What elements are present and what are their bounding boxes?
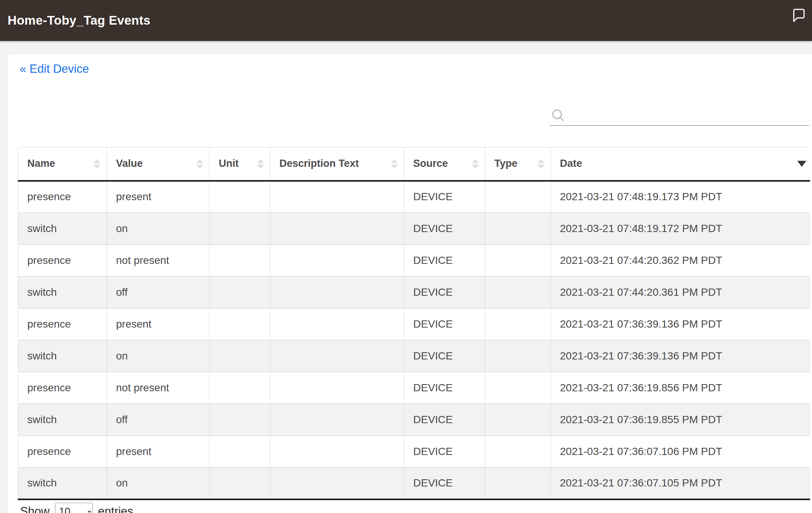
cell-name: switch — [18, 468, 107, 499]
search-field — [550, 107, 809, 126]
cell-name: presence — [18, 436, 107, 468]
cell-name: presence — [18, 181, 107, 213]
cell-name: presence — [18, 245, 107, 276]
cell-date: 2021-03-21 07:36:07.106 PM PDT — [551, 436, 810, 468]
cell-value: present — [107, 308, 210, 340]
cell-unit — [210, 245, 270, 276]
cell-date: 2021-03-21 07:36:39.136 PM PDT — [551, 308, 810, 340]
cell-type — [485, 245, 551, 276]
cell-type — [485, 213, 551, 245]
cell-value: on — [107, 213, 210, 245]
cell-source: DEVICE — [404, 245, 485, 276]
table-row[interactable]: presence present DEVICE 2021-03-21 07:48… — [18, 181, 810, 213]
sort-icon — [257, 159, 264, 169]
cell-type — [485, 276, 551, 308]
sort-icon — [94, 159, 100, 169]
table-row[interactable]: presence not present DEVICE 2021-03-21 0… — [18, 245, 810, 276]
column-header-value[interactable]: Value — [107, 147, 210, 181]
entries-label: entries — [98, 505, 133, 513]
cell-date: 2021-03-21 07:36:19.855 PM PDT — [551, 404, 810, 436]
table-header-row: Name Value Unit Description Text Source — [18, 147, 810, 181]
cell-value: present — [107, 436, 210, 468]
content-card: « Edit Device Name Value — [8, 54, 812, 513]
cell-description — [270, 245, 404, 276]
column-header-type[interactable]: Type — [485, 147, 551, 181]
cell-name: switch — [18, 276, 107, 308]
table-row[interactable]: presence present DEVICE 2021-03-21 07:36… — [18, 436, 810, 468]
cell-value: not present — [107, 372, 210, 404]
cell-date: 2021-03-21 07:36:07.105 PM PDT — [551, 468, 810, 499]
chat-bubble-icon[interactable] — [789, 5, 807, 25]
cell-value: on — [107, 468, 210, 499]
cell-unit — [210, 213, 270, 245]
cell-unit — [210, 308, 270, 340]
cell-description — [270, 181, 404, 213]
search-input[interactable] — [567, 109, 809, 125]
cell-source: DEVICE — [404, 372, 485, 404]
cell-description — [270, 213, 404, 245]
column-header-unit[interactable]: Unit — [210, 147, 270, 181]
cell-source: DEVICE — [404, 276, 485, 308]
sort-descending-icon — [797, 161, 806, 167]
cell-unit — [210, 436, 270, 468]
table-row[interactable]: switch on DEVICE 2021-03-21 07:48:19.172… — [18, 213, 810, 245]
cell-type — [485, 181, 551, 213]
cell-description — [270, 308, 404, 340]
page-length-select[interactable]: 10 — [55, 503, 93, 513]
cell-type — [485, 372, 551, 404]
cell-name: presence — [18, 308, 107, 340]
cell-unit — [210, 181, 270, 213]
column-header-source[interactable]: Source — [404, 147, 485, 181]
cell-type — [485, 404, 551, 436]
sort-icon — [391, 159, 398, 169]
table-row[interactable]: switch off DEVICE 2021-03-21 07:36:19.85… — [18, 404, 810, 436]
table-row[interactable]: switch on DEVICE 2021-03-21 07:36:07.105… — [18, 468, 810, 499]
cell-value: off — [107, 404, 210, 436]
cell-date: 2021-03-21 07:44:20.361 PM PDT — [551, 276, 810, 308]
show-entries-control: Show 10 entries — [20, 503, 133, 513]
cell-unit — [210, 340, 270, 372]
cell-type — [485, 308, 551, 340]
table-row[interactable]: presence present DEVICE 2021-03-21 07:36… — [18, 308, 810, 340]
events-table: Name Value Unit Description Text Source — [18, 147, 810, 500]
cell-description — [270, 372, 404, 404]
cell-type — [485, 468, 551, 499]
chat-bubble-glyph — [792, 6, 805, 24]
cell-date: 2021-03-21 07:44:20.362 PM PDT — [551, 245, 810, 276]
cell-unit — [210, 372, 270, 404]
cell-name: switch — [18, 404, 107, 436]
table-row[interactable]: presence not present DEVICE 2021-03-21 0… — [18, 372, 810, 404]
sort-icon — [538, 159, 544, 169]
table-body: presence present DEVICE 2021-03-21 07:48… — [18, 181, 810, 499]
cell-source: DEVICE — [404, 404, 485, 436]
cell-value: on — [107, 340, 210, 372]
cell-source: DEVICE — [404, 340, 485, 372]
cell-type — [485, 436, 551, 468]
cell-value: not present — [107, 245, 210, 276]
show-label: Show — [20, 505, 50, 513]
cell-name: switch — [18, 213, 107, 245]
cell-date: 2021-03-21 07:48:19.172 PM PDT — [551, 213, 810, 245]
cell-date: 2021-03-21 07:48:19.173 PM PDT — [551, 181, 810, 213]
table-row[interactable]: switch on DEVICE 2021-03-21 07:36:39.136… — [18, 340, 810, 372]
column-header-description-text[interactable]: Description Text — [270, 147, 404, 181]
app-header-bar: Home-Toby_Tag Events — [0, 0, 812, 41]
table-row[interactable]: switch off DEVICE 2021-03-21 07:44:20.36… — [18, 276, 810, 308]
cell-date: 2021-03-21 07:36:39.136 PM PDT — [551, 340, 810, 372]
column-header-name[interactable]: Name — [18, 147, 107, 181]
column-header-date[interactable]: Date — [551, 147, 810, 181]
cell-unit — [210, 276, 270, 308]
cell-source: DEVICE — [404, 213, 485, 245]
cell-source: DEVICE — [404, 308, 485, 340]
cell-description — [270, 340, 404, 372]
cell-source: DEVICE — [404, 181, 485, 213]
cell-description — [270, 436, 404, 468]
cell-source: DEVICE — [404, 436, 485, 468]
cell-name: switch — [18, 340, 107, 372]
cell-value: off — [107, 276, 210, 308]
page-title: Home-Toby_Tag Events — [0, 13, 150, 28]
cell-description — [270, 276, 404, 308]
cell-source: DEVICE — [404, 468, 485, 499]
cell-unit — [210, 404, 270, 436]
edit-device-link[interactable]: « Edit Device — [20, 62, 89, 76]
